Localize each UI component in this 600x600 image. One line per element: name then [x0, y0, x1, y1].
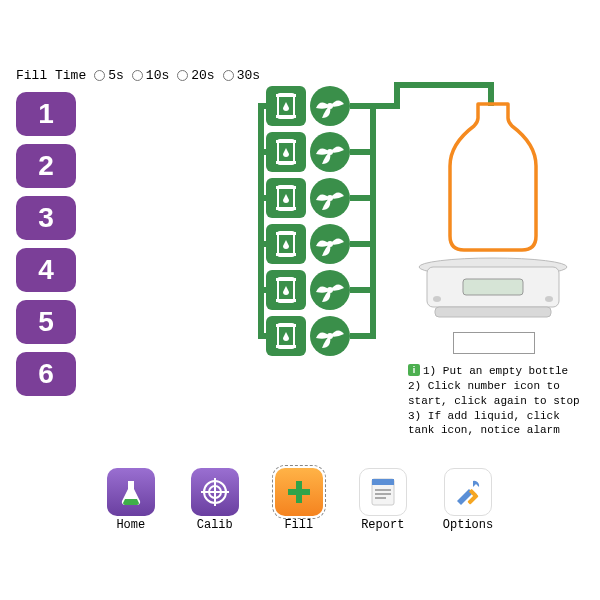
svg-rect-1 — [276, 94, 296, 97]
info-badge-icon: i — [408, 364, 420, 376]
plus-icon — [275, 468, 323, 516]
pipe — [258, 333, 268, 339]
channel-button-3[interactable]: 3 — [16, 196, 76, 240]
bottle-scale-area — [413, 100, 573, 330]
svg-rect-37 — [372, 479, 394, 485]
tools-icon — [444, 468, 492, 516]
nav-label: Options — [443, 518, 493, 532]
fill-time-option-30s[interactable]: 30s — [223, 68, 260, 83]
nav-label: Fill — [284, 518, 313, 532]
pipe — [394, 82, 494, 88]
nav-report[interactable]: Report — [359, 468, 407, 532]
nav-calib[interactable]: Calib — [191, 468, 239, 532]
tank-icon[interactable] — [266, 224, 306, 264]
channel-button-5[interactable]: 5 — [16, 300, 76, 344]
svg-point-29 — [545, 296, 553, 302]
svg-rect-10 — [276, 207, 296, 210]
tank-icon[interactable] — [266, 86, 306, 126]
fill-time-row: Fill Time 5s 10s 20s 30s — [16, 68, 260, 83]
svg-rect-27 — [435, 307, 551, 317]
fill-time-label: Fill Time — [16, 68, 86, 83]
channel-button-1[interactable]: 1 — [16, 92, 76, 136]
screen: Fill Time 5s 10s 20s 30s 1 2 3 4 5 6 — [8, 60, 592, 540]
pump-row — [266, 132, 350, 172]
svg-rect-13 — [276, 232, 296, 235]
svg-rect-22 — [276, 345, 296, 348]
fan-icon — [310, 178, 350, 218]
pipe — [370, 103, 376, 339]
fan-icon — [310, 86, 350, 126]
tank-icon[interactable] — [266, 316, 306, 356]
weight-input[interactable] — [453, 332, 535, 354]
fill-time-option-10s[interactable]: 10s — [132, 68, 169, 83]
tank-icon[interactable] — [266, 270, 306, 310]
nav-home[interactable]: Home — [107, 468, 155, 532]
svg-rect-17 — [276, 278, 296, 281]
pump-row — [266, 224, 350, 264]
nav-label: Calib — [197, 518, 233, 532]
channel-list: 1 2 3 4 5 6 — [16, 92, 76, 396]
bottom-nav: Home Calib Fill Report Options — [8, 462, 592, 540]
fan-icon — [310, 132, 350, 172]
pipe — [258, 241, 268, 247]
fan-icon — [310, 224, 350, 264]
svg-rect-26 — [463, 279, 523, 295]
flask-icon — [107, 468, 155, 516]
channel-button-2[interactable]: 2 — [16, 144, 76, 188]
fan-icon — [310, 316, 350, 356]
pump-row — [266, 270, 350, 310]
svg-rect-9 — [276, 186, 296, 189]
fill-time-option-20s[interactable]: 20s — [177, 68, 214, 83]
svg-rect-35 — [288, 489, 310, 495]
svg-rect-5 — [276, 140, 296, 143]
svg-rect-2 — [276, 115, 296, 118]
svg-rect-14 — [276, 253, 296, 256]
pump-row — [266, 316, 350, 356]
fill-time-option-5s[interactable]: 5s — [94, 68, 124, 83]
svg-rect-18 — [276, 299, 296, 302]
pipe — [258, 195, 268, 201]
pipe — [258, 103, 268, 109]
pipe — [258, 103, 264, 339]
pump-row — [266, 178, 350, 218]
bottle-icon — [438, 100, 548, 255]
nav-options[interactable]: Options — [443, 468, 493, 532]
svg-rect-21 — [276, 324, 296, 327]
instruction-line: 1) Put an empty bottle — [423, 365, 568, 377]
instruction-line: 2) Click number icon to start, click aga… — [408, 380, 580, 407]
scale-icon — [413, 255, 573, 330]
pump-column — [266, 86, 350, 356]
tank-icon[interactable] — [266, 132, 306, 172]
target-icon — [191, 468, 239, 516]
pump-row — [266, 86, 350, 126]
svg-point-28 — [433, 296, 441, 302]
nav-label: Home — [116, 518, 145, 532]
nav-fill[interactable]: Fill — [275, 468, 323, 532]
fan-icon — [310, 270, 350, 310]
report-icon — [359, 468, 407, 516]
instructions: i1) Put an empty bottle 2) Click number … — [408, 364, 592, 438]
instruction-line: 3) If add liquid, click tank icon, notic… — [408, 410, 560, 437]
nav-label: Report — [361, 518, 404, 532]
channel-button-6[interactable]: 6 — [16, 352, 76, 396]
pipe — [258, 287, 268, 293]
svg-rect-6 — [276, 161, 296, 164]
pipe — [258, 149, 268, 155]
tank-icon[interactable] — [266, 178, 306, 218]
channel-button-4[interactable]: 4 — [16, 248, 76, 292]
